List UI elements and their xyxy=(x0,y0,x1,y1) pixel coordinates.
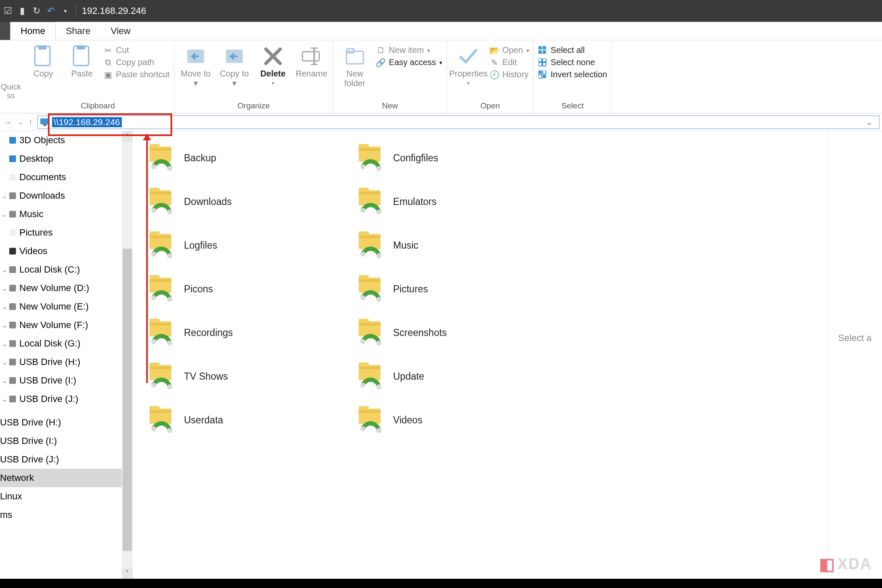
new-folder-button[interactable]: New folder xyxy=(338,43,372,88)
nav-root-item[interactable]: Network xyxy=(0,469,133,487)
new-item-button[interactable]: 🗋New item ▾ xyxy=(376,45,442,55)
tab-share[interactable]: Share xyxy=(56,22,101,40)
copy-button[interactable]: Copy xyxy=(26,43,60,79)
nav-item[interactable]: ⌄ USB Drive (I:) xyxy=(0,371,133,390)
nav-item-icon xyxy=(9,377,16,384)
expand-icon[interactable]: ⌄ xyxy=(2,377,6,385)
folder-item[interactable]: Update xyxy=(356,354,558,398)
easy-access-icon: 🔗 xyxy=(376,58,386,67)
nav-item[interactable]: Videos xyxy=(0,242,133,260)
nav-root-item[interactable]: ms xyxy=(0,506,133,524)
expand-icon[interactable]: ⌄ xyxy=(2,284,6,292)
expand-icon[interactable]: ⌄ xyxy=(2,321,6,329)
nav-item[interactable]: ⌄ New Volume (F:) xyxy=(0,316,133,334)
folder-item[interactable]: Videos xyxy=(356,398,558,442)
tab-home[interactable]: Home xyxy=(10,22,56,40)
address-dropdown-icon[interactable]: ⌄ xyxy=(866,118,877,127)
nav-item[interactable]: ⌄ Music xyxy=(0,205,133,223)
navigation-pane[interactable]: ˄ ˅ 3D Objects Desktop Documents⌄ Downlo… xyxy=(0,131,133,579)
nav-item[interactable]: ⌄ Local Disk (G:) xyxy=(0,334,133,353)
qat-checkbox-icon[interactable]: ☑ xyxy=(3,6,13,16)
select-all-button[interactable]: Select all xyxy=(538,45,607,55)
paste-shortcut-button[interactable]: ▣Paste shortcut xyxy=(103,70,170,79)
nav-item[interactable]: ⌄ Local Disk (C:) xyxy=(0,260,133,279)
folder-item[interactable]: Configfiles xyxy=(356,136,558,180)
folder-item[interactable]: Picons xyxy=(147,267,349,311)
content-area[interactable]: Backup Configfiles Downloads Emulators L… xyxy=(133,131,827,579)
nav-scrollbar[interactable]: ˄ ˅ xyxy=(122,131,133,579)
nav-item[interactable]: 3D Objects xyxy=(0,131,133,150)
nav-item-icon xyxy=(9,137,16,144)
nav-root-item[interactable]: USB Drive (I:) xyxy=(0,432,133,450)
folder-item[interactable]: Screenshots xyxy=(356,311,558,354)
expand-icon[interactable]: ⌄ xyxy=(2,303,6,311)
expand-icon[interactable]: ⌄ xyxy=(2,192,6,200)
nav-item[interactable]: ⌄ New Volume (E:) xyxy=(0,297,133,316)
folder-item[interactable]: Music xyxy=(356,223,558,267)
qat-redo-icon[interactable]: ↻ xyxy=(32,6,41,16)
scroll-thumb[interactable] xyxy=(123,249,132,551)
rename-icon xyxy=(301,45,323,67)
delete-button[interactable]: Delete ▾ xyxy=(256,43,290,86)
folder-item[interactable]: Recordings xyxy=(147,311,349,354)
qat-undo-icon[interactable]: ↶ xyxy=(46,6,55,16)
ribbon-group-open: Properties ▾ 📂Open ▾ ✎Edit 🕘History Open xyxy=(447,40,534,113)
nav-item[interactable]: Desktop xyxy=(0,150,133,168)
expand-icon[interactable]: ⌄ xyxy=(2,395,6,403)
copy-to-button[interactable]: Copy to ▾ xyxy=(217,43,252,88)
rename-button[interactable]: Rename xyxy=(294,43,329,79)
nav-item[interactable]: Pictures xyxy=(0,223,133,242)
qat-dropdown-icon[interactable]: ▾ xyxy=(60,6,70,16)
address-bar[interactable]: \\192.168.29.246 ⌄ xyxy=(37,116,879,129)
nav-root-item[interactable]: Linux xyxy=(0,487,133,506)
nav-recent-icon[interactable]: ⌄ xyxy=(18,118,23,126)
properties-button[interactable]: Properties ▾ xyxy=(451,43,486,86)
open-button[interactable]: 📂Open ▾ xyxy=(490,45,529,55)
folder-item[interactable]: Emulators xyxy=(356,180,558,223)
network-share-icon xyxy=(356,361,385,392)
scroll-down-icon[interactable]: ˅ xyxy=(122,568,133,579)
folder-item[interactable]: TV Shows xyxy=(147,354,349,398)
paste-button[interactable]: Paste xyxy=(65,43,99,79)
tab-view[interactable]: View xyxy=(100,22,140,40)
move-to-button[interactable]: Move to ▾ xyxy=(178,43,213,88)
watermark-logo-icon: ◧ xyxy=(819,554,836,574)
nav-root-item[interactable]: USB Drive (H:) xyxy=(0,413,133,432)
folder-item[interactable]: Logfiles xyxy=(147,223,349,267)
nav-item-label: New Volume (E:) xyxy=(19,301,89,312)
nav-item[interactable]: ⌄ USB Drive (H:) xyxy=(0,353,133,371)
nav-forward-icon[interactable]: → xyxy=(3,116,13,128)
nav-root-item[interactable]: USB Drive (J:) xyxy=(0,450,133,469)
nav-up-icon[interactable]: ↑ xyxy=(28,116,33,128)
folder-item[interactable]: Downloads xyxy=(147,180,349,223)
edit-button[interactable]: ✎Edit xyxy=(490,58,529,67)
nav-item[interactable]: ⌄ New Volume (D:) xyxy=(0,279,133,297)
invert-selection-button[interactable]: Invert selection xyxy=(538,70,607,79)
easy-access-button[interactable]: 🔗Easy access ▾ xyxy=(376,58,442,67)
qat-properties-icon[interactable]: ▮ xyxy=(18,6,27,16)
network-share-icon xyxy=(356,186,385,217)
cut-button[interactable]: ✂Cut xyxy=(103,45,170,55)
network-share-icon xyxy=(356,273,385,304)
copy-to-icon xyxy=(223,45,245,67)
nav-item[interactable]: Documents xyxy=(0,168,133,186)
expand-icon[interactable]: ⌄ xyxy=(2,340,6,348)
history-button[interactable]: 🕘History xyxy=(490,70,529,79)
nav-item-label: USB Drive (H:) xyxy=(0,417,61,428)
nav-item[interactable]: ⌄ Downloads xyxy=(0,186,133,205)
select-none-button[interactable]: Select none xyxy=(538,58,607,67)
expand-icon[interactable]: ⌄ xyxy=(2,266,6,274)
scroll-up-icon[interactable]: ˄ xyxy=(122,131,133,142)
nav-item-label: Pictures xyxy=(19,227,52,238)
expand-icon[interactable]: ⌄ xyxy=(2,210,6,218)
folder-item[interactable]: Userdata xyxy=(147,398,349,442)
folder-item[interactable]: Pictures xyxy=(356,267,558,311)
expand-icon[interactable]: ⌄ xyxy=(2,358,6,366)
quick-access-stub[interactable]: Quick ss xyxy=(0,40,22,113)
folder-item[interactable]: Backup xyxy=(147,136,349,180)
copy-path-button[interactable]: ⧉Copy path xyxy=(103,58,170,67)
file-tab-stub[interactable] xyxy=(0,22,10,40)
network-share-icon xyxy=(147,186,176,217)
nav-item[interactable]: ⌄ USB Drive (J:) xyxy=(0,390,133,408)
address-text[interactable]: \\192.168.29.246 xyxy=(52,117,122,127)
